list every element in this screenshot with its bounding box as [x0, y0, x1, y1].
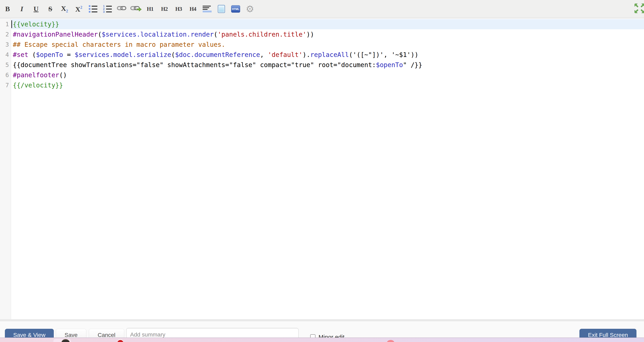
line-number-gutter: 1234567 [0, 19, 11, 319]
underline-button[interactable]: U [29, 1, 43, 17]
background-window-strip [0, 338, 644, 342]
underline-icon: U [34, 5, 39, 12]
external-link-button[interactable] [129, 1, 143, 17]
bullet-list-button[interactable] [86, 1, 100, 17]
line-number: 3 [0, 39, 11, 50]
line-number: 6 [0, 70, 11, 80]
numbered-list-button[interactable]: 123 [100, 1, 114, 17]
superscript-button[interactable]: X2 [72, 1, 86, 17]
image-button[interactable] [214, 1, 228, 17]
heading-3-icon: H3 [175, 6, 182, 12]
heading-3-button[interactable]: H3 [172, 1, 186, 17]
bullet-list-icon [89, 5, 97, 12]
macro-settings-button[interactable]: ⚙ [243, 1, 257, 17]
heading-1-button[interactable]: H1 [143, 1, 157, 17]
code-line-7[interactable]: {{/velocity}} [11, 80, 644, 90]
code-line-6[interactable]: #panelfooter() [11, 70, 644, 80]
text-cursor [12, 20, 12, 28]
bold-button[interactable]: B [0, 1, 15, 17]
heading-2-button[interactable]: H2 [157, 1, 172, 17]
exit-fullscreen-icon[interactable] [634, 3, 644, 14]
italic-icon: I [20, 5, 23, 12]
italic-button[interactable]: I [15, 1, 29, 17]
strikethrough-button[interactable]: S [43, 1, 58, 17]
notification-badge-icon [117, 339, 124, 342]
heading-4-icon: H4 [190, 6, 196, 12]
external-link-icon [130, 5, 142, 13]
heading-1-icon: H1 [147, 6, 154, 12]
editor-toolbar: BIUSX2X2123H1H2H3H4HTML⚙ [0, 0, 644, 18]
gear-icon: ⚙ [246, 4, 254, 14]
subscript-icon: X2 [61, 5, 68, 13]
link-icon [117, 5, 126, 13]
wiki-source-editor: 1234567 {{velocity}}#navigationPanelHead… [0, 19, 644, 320]
numbered-list-icon: 123 [103, 5, 112, 12]
line-number: 2 [0, 29, 11, 39]
html-macro-button[interactable]: HTML [228, 1, 243, 17]
code-line-4[interactable]: #set ($openTo = $services.model.serializ… [11, 50, 644, 60]
heading-4-button[interactable]: H4 [186, 1, 200, 17]
horizontal-rule-button[interactable] [200, 1, 214, 17]
heading-2-icon: H2 [161, 6, 168, 12]
line-number: 4 [0, 50, 11, 60]
subscript-button[interactable]: X2 [58, 1, 72, 17]
link-button[interactable] [114, 1, 129, 17]
bold-icon: B [5, 5, 10, 12]
superscript-icon: X2 [75, 5, 82, 13]
image-icon [218, 5, 225, 13]
horizontal-rule-icon [203, 6, 212, 12]
page-background-gap [0, 320, 644, 321]
code-line-2[interactable]: #navigationPanelHeader($services.localiz… [11, 29, 644, 39]
line-number: 7 [0, 80, 11, 90]
line-number: 5 [0, 60, 11, 70]
line-number: 1 [0, 19, 11, 29]
code-line-1[interactable]: {{velocity}} [11, 19, 644, 29]
code-line-3[interactable]: ## Escape special characters in macro pa… [11, 39, 644, 50]
background-window-icon [387, 340, 394, 342]
html-macro-icon: HTML [231, 5, 240, 12]
code-editing-area[interactable]: {{velocity}}#navigationPanelHeader($serv… [11, 19, 644, 319]
code-line-5[interactable]: {{documentTree showTranslations="false" … [11, 60, 644, 70]
strikethrough-icon: S [48, 5, 52, 12]
